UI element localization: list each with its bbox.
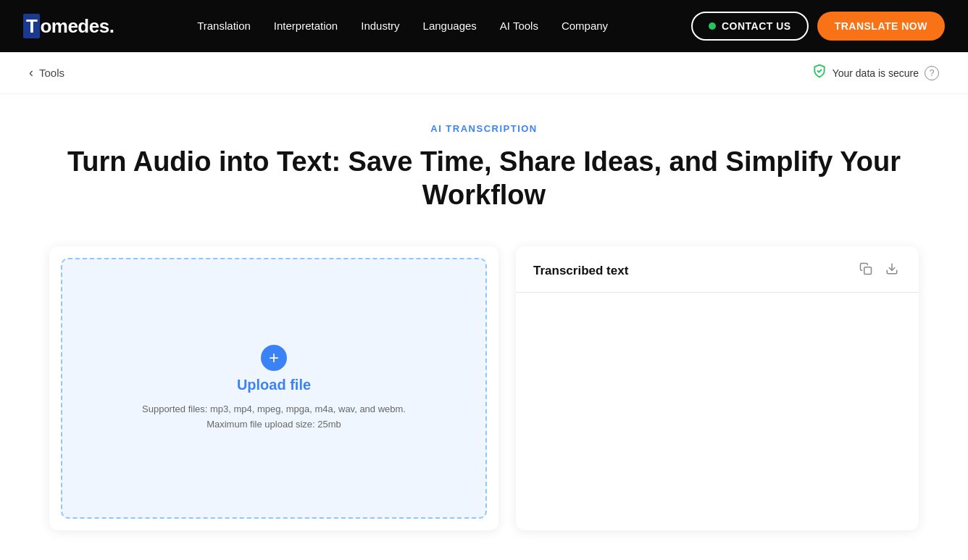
breadcrumb-label: Tools	[39, 67, 64, 79]
logo[interactable]: Tomedes.	[23, 15, 114, 38]
breadcrumb-bar: ‹ Tools Your data is secure ?	[0, 52, 968, 94]
contact-us-button[interactable]: CONTACT US	[691, 12, 809, 41]
page-title: Turn Audio into Text: Save Time, Share I…	[49, 146, 919, 212]
back-to-tools[interactable]: ‹ Tools	[29, 65, 64, 80]
nav-links: Translation Interpretation Industry Lang…	[197, 20, 608, 33]
shield-icon	[812, 64, 827, 82]
secure-label: Your data is secure	[833, 67, 919, 79]
nav-industry[interactable]: Industry	[361, 20, 399, 32]
transcribed-header: Transcribed text	[516, 246, 919, 293]
nav-translation[interactable]: Translation	[197, 20, 251, 32]
main-content: AI TRANSCRIPTION Turn Audio into Text: S…	[20, 94, 948, 560]
upload-hint: Supported files: mp3, mp4, mpeg, mpga, m…	[142, 402, 406, 432]
navbar: Tomedes. Translation Interpretation Indu…	[0, 0, 968, 52]
page-tag: AI TRANSCRIPTION	[49, 123, 919, 134]
nav-company[interactable]: Company	[562, 20, 608, 32]
transcribed-body	[516, 293, 919, 530]
transcribed-panel: Transcribed text	[516, 246, 919, 530]
upload-dropzone[interactable]: + Upload file Supported files: mp3, mp4,…	[61, 258, 487, 519]
transcribed-title: Transcribed text	[533, 264, 628, 278]
upload-button-label: Upload file	[237, 377, 311, 393]
help-icon[interactable]: ?	[925, 66, 939, 80]
secure-badge: Your data is secure ?	[812, 64, 939, 82]
download-button[interactable]	[883, 261, 901, 280]
copy-button[interactable]	[856, 261, 875, 280]
transcribed-action-buttons	[856, 261, 901, 280]
nav-actions: CONTACT US TRANSLATE NOW	[691, 12, 945, 41]
panels: + Upload file Supported files: mp3, mp4,…	[49, 246, 919, 530]
upload-panel: + Upload file Supported files: mp3, mp4,…	[49, 246, 498, 530]
chevron-left-icon: ‹	[29, 65, 33, 80]
online-dot	[709, 22, 716, 30]
upload-plus-icon: +	[261, 345, 287, 371]
nav-interpretation[interactable]: Interpretation	[274, 20, 338, 32]
nav-ai-tools[interactable]: AI Tools	[500, 20, 538, 32]
svg-rect-0	[864, 267, 872, 275]
nav-languages[interactable]: Languages	[423, 20, 477, 32]
translate-now-button[interactable]: TRANSLATE NOW	[817, 12, 945, 41]
